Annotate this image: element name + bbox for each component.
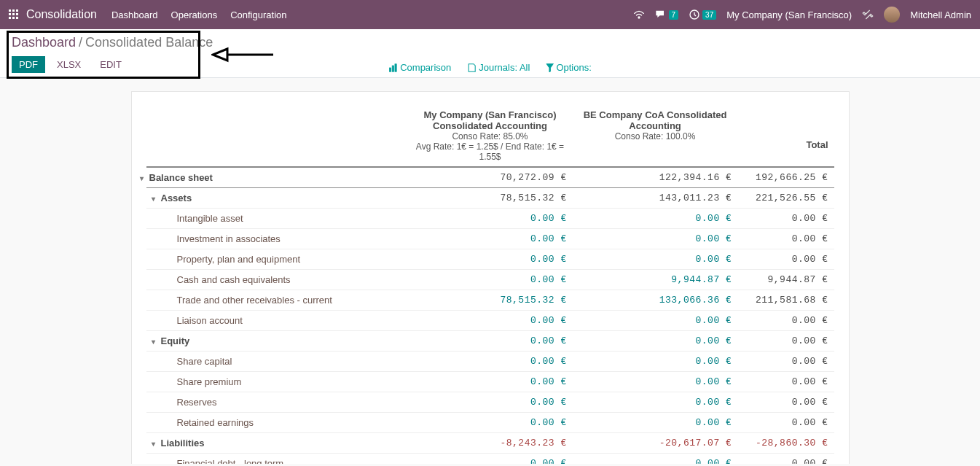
row-label[interactable]: Share premium — [146, 372, 408, 392]
settings-icon[interactable] — [862, 9, 874, 20]
row-label-text: Property, plan and equipment — [177, 254, 301, 265]
row-value-2: 143,011.23 € — [573, 188, 738, 209]
report-sheet: My Company (San Francisco) Consolidated … — [131, 91, 850, 464]
row-label[interactable]: Property, plan and equipment — [146, 249, 408, 270]
table-row[interactable]: Cash and cash equivalents0.00 €9,944.87 … — [146, 270, 834, 290]
options-option[interactable]: Options: — [546, 62, 591, 73]
row-total: 0.00 € — [737, 454, 834, 465]
row-label[interactable]: Share capital — [146, 352, 408, 372]
row-label[interactable]: Reserves — [146, 392, 408, 413]
nav-dashboard[interactable]: Dashboard — [111, 9, 158, 20]
breadcrumb-root[interactable]: Dashboard — [12, 35, 76, 50]
table-row[interactable]: Investment in associates0.00 €0.00 €0.00… — [146, 229, 834, 249]
main[interactable]: My Company (San Francisco) Consolidated … — [0, 78, 980, 464]
row-label[interactable]: Liabilities — [146, 433, 408, 454]
table-row[interactable]: Property, plan and equipment0.00 €0.00 €… — [146, 249, 834, 270]
row-value-2[interactable]: 0.00 € — [573, 249, 738, 270]
row-value-2[interactable]: 0.00 € — [573, 392, 738, 413]
apps-icon[interactable] — [9, 9, 19, 20]
user-name[interactable]: Mitchell Admin — [910, 9, 971, 20]
xlsx-button[interactable]: XLSX — [50, 56, 88, 73]
header-col1-title: My Company (San Francisco) Consolidated … — [413, 109, 567, 131]
company-switcher[interactable]: My Company (San Francisco) — [726, 9, 852, 20]
row-value-2: 122,394.16 € — [573, 167, 738, 188]
breadcrumb: Dashboard/Consolidated Balance — [12, 35, 968, 50]
pdf-button[interactable]: PDF — [12, 56, 45, 73]
table-row[interactable]: Liaison account0.00 €0.00 €0.00 € — [146, 311, 834, 331]
row-value-2[interactable]: 0.00 € — [573, 209, 738, 229]
avatar[interactable] — [884, 7, 900, 23]
table-header-row: My Company (San Francisco) Consolidated … — [146, 105, 834, 167]
table-row[interactable]: Share premium0.00 €0.00 €0.00 € — [146, 372, 834, 392]
row-value-1[interactable]: 0.00 € — [407, 372, 573, 392]
row-value-1[interactable]: 0.00 € — [407, 454, 573, 465]
row-value-2[interactable]: 0.00 € — [573, 331, 738, 352]
row-value-1[interactable]: 0.00 € — [407, 352, 573, 372]
row-total: 221,526.55 € — [737, 188, 834, 209]
row-label[interactable]: Balance sheet — [146, 167, 408, 188]
row-value-1[interactable]: 0.00 € — [407, 413, 573, 433]
row-label-text: Assets — [161, 193, 192, 203]
activity-icon[interactable]: 37 — [689, 9, 716, 20]
row-label[interactable]: Assets — [146, 188, 408, 209]
row-label[interactable]: Financial debt - long term — [146, 454, 408, 465]
table-row[interactable]: Trade and other receivables - current78,… — [146, 290, 834, 311]
caret-icon[interactable] — [149, 335, 158, 346]
wifi-icon[interactable] — [633, 9, 645, 20]
table-row[interactable]: Assets78,515.32 €143,011.23 €221,526.55 … — [146, 188, 834, 209]
caret-icon[interactable] — [149, 438, 158, 448]
comparison-label: Comparison — [400, 62, 451, 73]
options-bar: Comparison Journals: All Options: — [388, 62, 592, 73]
breadcrumb-current: Consolidated Balance — [85, 35, 213, 50]
row-value-2[interactable]: 133,066.36 € — [573, 290, 738, 311]
edit-button[interactable]: EDIT — [93, 56, 129, 73]
nav-operations[interactable]: Operations — [171, 9, 218, 20]
row-label-text: Reserves — [177, 397, 217, 408]
row-label[interactable]: Retained earnings — [146, 413, 408, 433]
caret-icon[interactable] — [149, 193, 158, 203]
row-value-2[interactable]: 0.00 € — [573, 311, 738, 331]
table-row[interactable]: Equity0.00 €0.00 €0.00 € — [146, 331, 834, 352]
row-label[interactable]: Liaison account — [146, 311, 408, 331]
row-label[interactable]: Trade and other receivables - current — [146, 290, 408, 311]
nav-menu: Dashboard Operations Configuration — [111, 9, 287, 20]
header-col1-avg: Avg Rate: 1€ = 1.25$ / End Rate: 1€ = 1.… — [413, 141, 567, 162]
row-label[interactable]: Equity — [146, 331, 408, 352]
table-row[interactable]: Retained earnings0.00 €0.00 €0.00 € — [146, 413, 834, 433]
row-value-1[interactable]: 0.00 € — [407, 209, 573, 229]
svg-rect-13 — [394, 63, 396, 71]
discuss-badge: 7 — [669, 10, 679, 20]
row-value-2[interactable]: 0.00 € — [573, 413, 738, 433]
row-value-2[interactable]: 0.00 € — [573, 372, 738, 392]
table-row[interactable]: Balance sheet70,272.09 €122,394.16 €192,… — [146, 167, 834, 188]
comparison-option[interactable]: Comparison — [388, 62, 451, 73]
row-label[interactable]: Investment in associates — [146, 229, 408, 249]
row-value-2[interactable]: 0.00 € — [573, 229, 738, 249]
row-value-1[interactable]: 0.00 € — [407, 331, 573, 352]
row-value-1[interactable]: 78,515.32 € — [407, 290, 573, 311]
row-value-2[interactable]: 0.00 € — [573, 352, 738, 372]
row-value-1[interactable]: 0.00 € — [407, 249, 573, 270]
row-label[interactable]: Intangible asset — [146, 209, 408, 229]
caret-icon[interactable] — [138, 172, 146, 183]
row-value-1[interactable]: 0.00 € — [407, 392, 573, 413]
nav-configuration[interactable]: Configuration — [230, 9, 286, 20]
discuss-icon[interactable]: 7 — [655, 9, 679, 20]
row-total: 0.00 € — [737, 331, 834, 352]
row-value-2[interactable]: 0.00 € — [573, 454, 738, 465]
row-label[interactable]: Cash and cash equivalents — [146, 270, 408, 290]
table-row[interactable]: Share capital0.00 €0.00 €0.00 € — [146, 352, 834, 372]
table-row[interactable]: Liabilities-8,243.23 €-20,617.07 €-28,86… — [146, 433, 834, 454]
row-value-1[interactable]: 0.00 € — [407, 270, 573, 290]
table-row[interactable]: Intangible asset0.00 €0.00 €0.00 € — [146, 209, 834, 229]
row-value-1[interactable]: 0.00 € — [407, 311, 573, 331]
table-row[interactable]: Financial debt - long term0.00 €0.00 €0.… — [146, 454, 834, 465]
row-total: 9,944.87 € — [737, 270, 834, 290]
brand[interactable]: Consolidation — [26, 8, 97, 21]
svg-rect-11 — [389, 68, 391, 71]
table-row[interactable]: Reserves0.00 €0.00 €0.00 € — [146, 392, 834, 413]
row-total: -28,860.30 € — [737, 433, 834, 454]
journals-option[interactable]: Journals: All — [467, 62, 530, 73]
row-value-2[interactable]: 9,944.87 € — [573, 270, 738, 290]
row-value-1[interactable]: 0.00 € — [407, 229, 573, 249]
